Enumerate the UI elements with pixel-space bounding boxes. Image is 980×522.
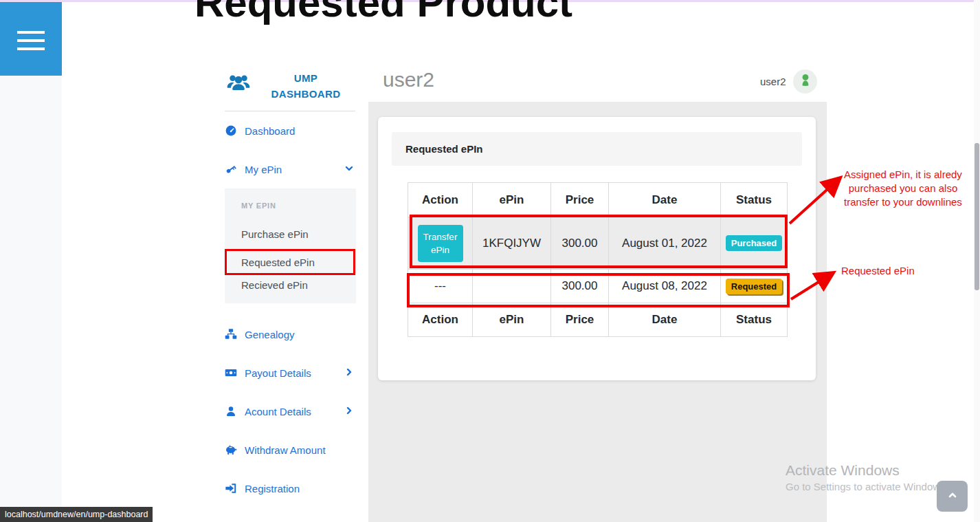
- status-cell: Purchased: [721, 217, 788, 270]
- sidebar-item-label: Withdraw Amount: [245, 444, 326, 456]
- sidebar-item-label: Registration: [245, 483, 300, 494]
- activate-windows-watermark: Activate Windows: [786, 462, 900, 479]
- annotation-note-assigned-epin: Assigned ePin, it is alredy purchased yo…: [834, 168, 972, 209]
- ump-dashboard-screen: Requested Product UMP DASHBOARD Das: [0, 0, 980, 522]
- sidebar-item-my-epin[interactable]: My ePin: [225, 161, 356, 177]
- sidebar-item-label: Dashboard: [245, 125, 295, 137]
- piggy-bank-icon: [225, 444, 237, 456]
- chevron-up-icon: [946, 489, 959, 504]
- sidebar-item-label: Genealogy: [245, 329, 295, 340]
- requested-epin-table: Action ePin Price Date Status Transfer e…: [408, 182, 788, 337]
- action-cell: Transfer ePin: [408, 217, 473, 270]
- users-group-icon: [224, 71, 253, 94]
- price-cell: 300.00: [551, 217, 609, 270]
- brand-logo-line1: UMP: [256, 70, 356, 86]
- submenu-header: MY EPIN: [241, 202, 276, 210]
- annotation-note-requested-epin: Requested ePin: [841, 264, 915, 278]
- column-header-price: Price: [551, 183, 609, 217]
- footer-status: Status: [721, 303, 788, 337]
- sidebar-divider: [225, 111, 355, 111]
- transfer-epin-button[interactable]: Transfer ePin: [418, 225, 463, 262]
- account-user-label: user2: [760, 76, 786, 87]
- sidebar-item-label: Acount Details: [245, 406, 311, 417]
- sidebar-item-payout-details[interactable]: Payout Details: [225, 365, 356, 381]
- page-user-heading: user2: [383, 68, 434, 91]
- annotation-line: Assigned ePin, it is alredy: [834, 168, 972, 182]
- sign-in-icon: [225, 482, 237, 494]
- column-header-status: Status: [721, 183, 788, 217]
- footer-epin: ePin: [473, 303, 551, 337]
- sidebar-item-purchase-epin[interactable]: Purchase ePin: [241, 228, 309, 240]
- table-row-purchased: Transfer ePin 1KFQIJYW 300.00 August 01,…: [408, 217, 788, 270]
- sidebar-item-registration[interactable]: Registration: [225, 480, 356, 497]
- action-cell: ---: [408, 270, 473, 303]
- scrollbar-thumb[interactable]: [975, 143, 979, 290]
- user-icon: [225, 405, 237, 417]
- tachometer-icon: [225, 124, 237, 137]
- sidebar-item-recieved-epin[interactable]: Recieved ePin: [241, 279, 308, 291]
- table-row-requested: --- 300.00 August 08, 2022 Requested: [408, 270, 788, 303]
- sidebar-item-dashboard[interactable]: Dashboard: [225, 122, 356, 139]
- sidebar-item-acount-details[interactable]: Acount Details: [225, 403, 356, 420]
- status-bar-url: localhost/umdnew/en/ump-dashboard: [0, 507, 153, 522]
- sidebar-item-label: My ePin: [245, 164, 282, 175]
- date-cell: August 01, 2022: [609, 217, 721, 270]
- sitemap-icon: [225, 328, 237, 340]
- column-header-epin: ePin: [473, 183, 551, 217]
- sidebar-item-genealogy[interactable]: Genealogy: [225, 326, 356, 342]
- brand-logo[interactable]: UMP DASHBOARD: [256, 70, 356, 102]
- epin-cell: 1KFQIJYW: [473, 217, 551, 270]
- status-badge-purchased: Purchased: [726, 235, 782, 251]
- price-cell: 300.00: [551, 270, 609, 303]
- key-icon: [225, 163, 237, 175]
- epin-cell: [473, 270, 551, 303]
- card-title: Requested ePIn: [392, 132, 802, 166]
- status-badge-requested: Requested: [726, 279, 782, 294]
- footer-price: Price: [551, 303, 609, 337]
- my-epin-submenu: MY EPIN Purchase ePin Requested ePin Rec…: [225, 188, 356, 303]
- money-bill-icon: [225, 367, 237, 379]
- page-title: Requested Product: [194, 0, 572, 23]
- column-header-date: Date: [609, 183, 721, 217]
- activate-windows-subtext: Go to Settings to activate Windows.: [786, 481, 948, 492]
- person-avatar-icon: [797, 72, 814, 92]
- collapsed-sidebar-strip: [0, 76, 62, 522]
- date-cell: August 08, 2022: [609, 270, 721, 303]
- vertical-scrollbar[interactable]: [974, 0, 980, 522]
- avatar[interactable]: [793, 69, 817, 94]
- table-header-row: Action ePin Price Date Status: [408, 183, 788, 217]
- chevron-right-icon: [344, 405, 355, 416]
- requested-epin-card: Requested ePIn Action ePin Price Date St…: [378, 117, 816, 380]
- footer-date: Date: [609, 303, 721, 337]
- table-footer-row: Action ePin Price Date Status: [408, 303, 788, 337]
- annotation-line: transfer to your downlines: [834, 195, 972, 209]
- sidebar-item-label: Payout Details: [245, 367, 311, 379]
- hamburger-menu-button[interactable]: [0, 2, 62, 76]
- sidebar-item-requested-epin[interactable]: Requested ePin: [241, 257, 315, 268]
- column-header-action: Action: [408, 183, 473, 217]
- chevron-down-icon: [344, 163, 355, 174]
- brand-logo-line2: DASHBOARD: [256, 86, 356, 102]
- annotation-line: purchased you can also: [834, 182, 972, 195]
- sidebar-item-withdraw-amount[interactable]: Withdraw Amount: [225, 442, 356, 458]
- footer-action: Action: [408, 303, 473, 337]
- chevron-right-icon: [344, 367, 355, 378]
- status-cell: Requested: [721, 270, 788, 303]
- scroll-to-top-button[interactable]: [937, 481, 968, 512]
